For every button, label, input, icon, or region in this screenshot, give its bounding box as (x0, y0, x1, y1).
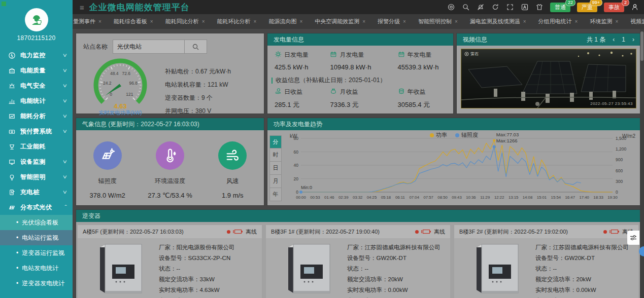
alarm-badge-1[interactable]: 严重99+ (577, 3, 597, 12)
tab-1[interactable]: 能耗综合看板× (109, 16, 158, 27)
headset-icon[interactable] (447, 3, 455, 11)
prepaid-icon (8, 128, 16, 135)
sidebar-item-2[interactable]: 电气安全˅ (0, 78, 73, 93)
tab-close-icon[interactable]: × (299, 19, 302, 24)
tab-close-icon[interactable]: × (403, 19, 406, 24)
period-tab-日[interactable]: 日 (269, 162, 282, 175)
inverter-device-image (280, 242, 337, 298)
sidebar-item-label: 电能质量 (20, 66, 46, 75)
sidebar-item-10[interactable]: 分布式光伏ˆ (0, 200, 73, 215)
sidebar-item-label: 工业能耗 (20, 142, 46, 151)
tab-label: 智能照明控制 (418, 18, 452, 25)
sliders-icon (630, 234, 637, 241)
menu-toggle-icon[interactable]: ≡ (80, 3, 84, 12)
tab-close-icon[interactable]: × (615, 19, 618, 24)
sidebar-item-4[interactable]: 能耗分析˅ (0, 108, 73, 124)
tab-close-icon[interactable]: × (150, 19, 153, 24)
vertical-scrollbar[interactable] (640, 29, 644, 298)
tab-close-icon[interactable]: × (523, 19, 526, 24)
site-name-label: 站点名称 (83, 43, 108, 51)
spec-line: 额定交流功率：33kW (159, 274, 235, 285)
sidebar-subitem-4[interactable]: •逆变器发电统计 (0, 276, 73, 291)
sidebar-item-1[interactable]: 电能质量˅ (0, 63, 73, 78)
sidebar-item-6[interactable]: 工业能耗 (0, 139, 73, 154)
site-search-button[interactable] (185, 40, 207, 54)
tab-6[interactable]: 报警分级× (372, 16, 411, 27)
period-tab-年[interactable]: 年 (269, 188, 282, 201)
tab-9[interactable]: 分组用电统计× (533, 16, 583, 27)
min-annotation: Min:0 (301, 185, 312, 190)
inverter-panel-title: 逆变器 (76, 210, 640, 222)
video-panel-title: 视频信息 (463, 35, 487, 44)
search-icon[interactable] (462, 3, 470, 11)
sidebar-item-label: 智能照明 (20, 173, 46, 181)
cctv-video-frame[interactable]: 萤石 2022-05-27 23:55:43 (461, 49, 636, 108)
sidebar-subitem-3[interactable]: •电站发电统计 (0, 260, 73, 276)
sidebar-item-label: 预付费系统 (20, 127, 52, 136)
sidebar-subitem-0[interactable]: •光伏综合看板 (0, 215, 73, 230)
sidebar-item-7[interactable]: 设备监测˅ (0, 154, 73, 169)
sidebar-item-5[interactable]: 预付费系统˅ (0, 124, 73, 139)
income-metrics: 日收益285.1 元月收益7336.3 元年收益30585.4 元 (267, 88, 453, 109)
sidebar-item-3[interactable]: 电能统计˅ (0, 93, 73, 108)
mute-icon[interactable] (477, 3, 485, 11)
spec-line: 设备型号：GW20K-DT (347, 253, 440, 264)
svg-text:06:11: 06:11 (395, 195, 405, 200)
tab-3[interactable]: 能耗环比分析× (212, 16, 262, 27)
svg-text:1,200: 1,200 (616, 146, 627, 152)
tab-close-icon[interactable]: × (254, 19, 257, 24)
metric-value: 10949.8 kW·h (330, 63, 397, 71)
page-title: 企业微电网能效管理平台 (89, 2, 190, 13)
svg-text:20: 20 (294, 176, 299, 181)
tab-0[interactable]: 量测事件× (68, 16, 107, 27)
tab-close-icon[interactable]: × (362, 19, 365, 24)
video-next-button[interactable]: › (632, 36, 634, 43)
power-monitor-icon (8, 52, 16, 59)
avatar[interactable] (25, 8, 48, 31)
tab-close-icon[interactable]: × (575, 19, 578, 24)
period-tab-时[interactable]: 时 (269, 148, 282, 162)
tab-4[interactable]: 能源流向图× (263, 16, 308, 27)
dashboard-content: 站点名称 024.248.472.696.81214.63实时发电功率(kW) … (73, 29, 644, 298)
period-tab-月[interactable]: 月 (269, 175, 282, 188)
calendar-icon (398, 51, 405, 59)
sidebar-item-8[interactable]: 智能照明˅ (0, 169, 73, 184)
sidebar-item-0[interactable]: 电力监控˅ (0, 48, 73, 63)
tab-close-icon[interactable]: × (202, 19, 205, 24)
chevron-down-icon: ˅ (63, 174, 67, 180)
sidebar-subitem-label: 光伏综合看板 (22, 218, 58, 227)
user-icon[interactable] (631, 3, 639, 11)
header-actions: 普通22严重99+事故2 (447, 3, 639, 12)
tab-2[interactable]: 能耗同比分析× (160, 16, 210, 27)
sidebar-subitem-2[interactable]: •逆变器运行监视 (0, 245, 73, 260)
tab-11[interactable]: 视频监控× (625, 16, 644, 27)
income-accent-bar (272, 78, 273, 84)
svg-text:72.6: 72.6 (122, 71, 131, 76)
alarm-badge-2[interactable]: 事故2 (604, 3, 624, 12)
tab-label: 能耗同比分析 (165, 18, 199, 25)
offline-dot-icon (227, 230, 230, 234)
sidebar-item-9[interactable]: 充电桩˅ (0, 184, 73, 200)
metric-value: 45539.3 kW·h (398, 63, 453, 71)
refresh-icon[interactable] (491, 3, 499, 11)
tab-8[interactable]: 漏电监测及线缆测温× (465, 16, 531, 27)
video-logo: 萤石 (464, 51, 479, 57)
translate-icon[interactable] (521, 3, 529, 11)
alarm-badge-0[interactable]: 普通22 (550, 3, 570, 12)
tab-close-icon[interactable]: × (455, 19, 458, 24)
sidebar-subitem-1[interactable]: •电站运行监视 (0, 230, 73, 245)
tab-10[interactable]: 环境监测× (585, 16, 623, 27)
fullscreen-icon[interactable] (506, 3, 514, 11)
tab-label: 能源流向图 (268, 18, 296, 25)
theme-icon[interactable] (535, 3, 544, 11)
site-name-input[interactable] (113, 40, 185, 54)
station-info-line: 逆变器数量：9 个 (165, 91, 231, 104)
tab-close-icon[interactable]: × (98, 19, 101, 24)
sidebar-item-label: 电气安全 (20, 82, 46, 90)
tab-5[interactable]: 中央空调能效监测× (310, 16, 370, 27)
filter-settings-button[interactable] (627, 231, 639, 245)
video-prev-button[interactable]: ‹ (613, 36, 615, 43)
chevron-up-icon: ˆ (64, 205, 67, 210)
scrollbar-thumb[interactable] (640, 31, 643, 61)
tab-7[interactable]: 智能照明控制× (413, 16, 463, 27)
